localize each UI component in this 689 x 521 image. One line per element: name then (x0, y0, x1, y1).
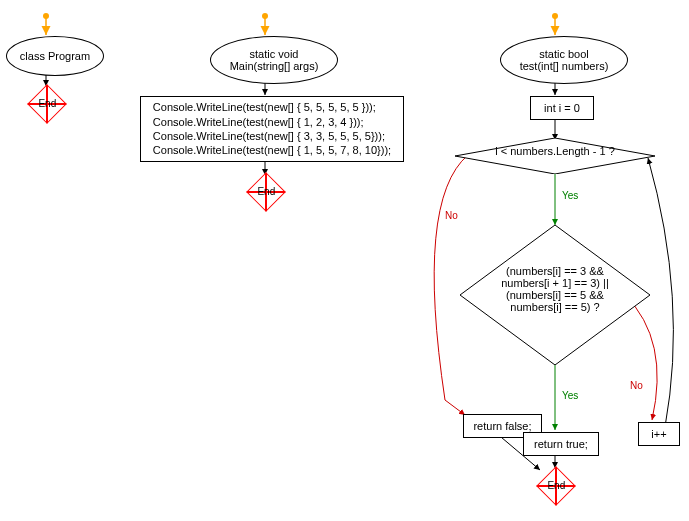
main-title-2: Main(string[] args) (230, 60, 319, 72)
main-title-1: static void (250, 48, 299, 60)
end-diamond-2: End (246, 172, 286, 212)
diamond-cond2: (numbers[i] == 3 && numbers[i + 1] == 3)… (460, 265, 650, 313)
cond2-line1: (numbers[i] == 3 && (460, 265, 650, 277)
diamond-cond1: i < numbers.Length - 1 ? (455, 145, 655, 157)
increment-label: i++ (651, 428, 666, 440)
cond1-label: i < numbers.Length - 1 ? (495, 145, 615, 157)
rect-return-true: return true; (523, 432, 599, 456)
end-diamond-1: End (27, 84, 67, 124)
init-label: int i = 0 (544, 102, 580, 114)
ellipse-test: static bool test(int[] numbers) (500, 36, 628, 84)
code-line-1: Console.WriteLine(test(new[] { 5, 5, 5, … (153, 100, 391, 114)
ellipse-main: static void Main(string[] args) (210, 36, 338, 84)
end-label-2: End (253, 186, 279, 197)
cond2-yes: Yes (562, 390, 578, 401)
cond2-line2: numbers[i + 1] == 3) || (460, 277, 650, 289)
ellipse-class-program: class Program (6, 36, 104, 76)
return-true-label: return true; (534, 438, 588, 450)
rect-main-body: Console.WriteLine(test(new[] { 5, 5, 5, … (140, 96, 404, 162)
label-class-program: class Program (20, 50, 90, 62)
return-false-label: return false; (473, 420, 531, 432)
rect-init: int i = 0 (530, 96, 594, 120)
end-label-1: End (34, 98, 60, 109)
test-title-1: static bool (539, 48, 589, 60)
cond2-no: No (630, 380, 643, 391)
test-title-2: test(int[] numbers) (520, 60, 609, 72)
code-line-3: Console.WriteLine(test(new[] { 3, 3, 5, … (153, 129, 391, 143)
end-label-3: End (543, 480, 569, 491)
rect-increment: i++ (638, 422, 680, 446)
code-line-4: Console.WriteLine(test(new[] { 1, 5, 5, … (153, 143, 391, 157)
cond2-line3: (numbers[i] == 5 && (460, 289, 650, 301)
start-dot-1 (43, 13, 49, 19)
end-diamond-3: End (536, 466, 576, 506)
start-dot-3 (552, 13, 558, 19)
start-dot-2 (262, 13, 268, 19)
code-line-2: Console.WriteLine(test(new[] { 1, 2, 3, … (153, 115, 391, 129)
cond1-yes: Yes (562, 190, 578, 201)
cond2-line4: numbers[i] == 5) ? (460, 301, 650, 313)
cond1-no: No (445, 210, 458, 221)
